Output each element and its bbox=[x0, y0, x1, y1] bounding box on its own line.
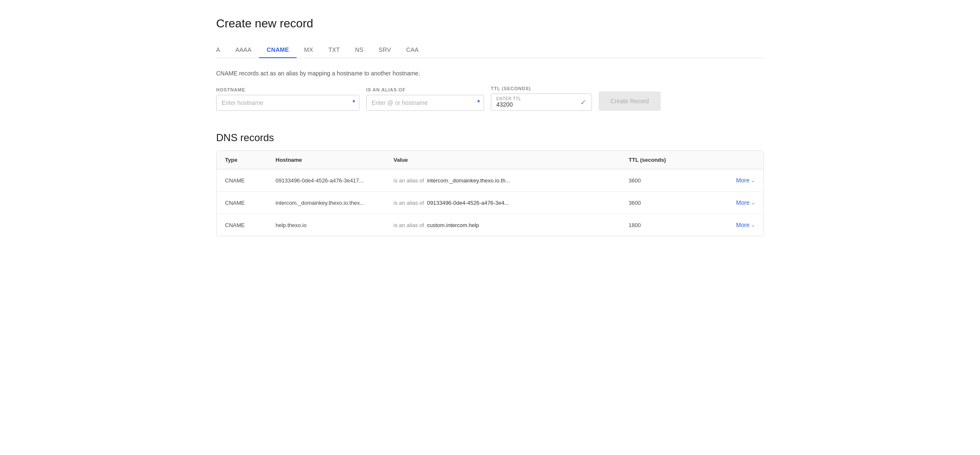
row1-value: is an alias of intercom._domainkey.thexo… bbox=[394, 177, 629, 184]
tab-cname[interactable]: CNAME bbox=[259, 42, 297, 58]
hostname-input[interactable] bbox=[216, 95, 359, 111]
table-row: CNAME 09133496-0de4-4526-a476-3e417... i… bbox=[217, 169, 763, 192]
hostname-required-star: * bbox=[353, 99, 355, 107]
row3-hostname: help.thexo.io bbox=[276, 222, 394, 228]
table-row: CNAME intercom._domainkey.thexo.io.thex.… bbox=[217, 192, 763, 214]
row3-value-prefix: is an alias of bbox=[394, 222, 424, 228]
row2-value-prefix: is an alias of bbox=[394, 200, 424, 206]
row1-chevron-down-icon: ⌄ bbox=[751, 178, 755, 183]
row1-type: CNAME bbox=[225, 177, 276, 184]
row3-value-main: custom.intercom.help bbox=[427, 222, 479, 228]
tab-ns[interactable]: NS bbox=[348, 42, 371, 58]
row3-type: CNAME bbox=[225, 222, 276, 228]
row2-more-button[interactable]: More ⌄ bbox=[704, 199, 755, 206]
ttl-field-group: TTL (SECONDS) Enter TTL ✓ bbox=[491, 86, 592, 111]
page-title: Create new record bbox=[216, 17, 764, 30]
col-type: Type bbox=[225, 157, 276, 163]
tab-srv[interactable]: SRV bbox=[371, 42, 399, 58]
ttl-input-inner: Enter TTL bbox=[491, 94, 575, 110]
col-actions bbox=[704, 157, 755, 163]
hostname-input-wrapper: * bbox=[216, 95, 359, 111]
form-description: CNAME records act as an alias by mapping… bbox=[216, 70, 764, 77]
row3-value: is an alias of custom.intercom.help bbox=[394, 222, 629, 228]
row1-value-prefix: is an alias of bbox=[394, 177, 424, 184]
row1-more-label: More bbox=[736, 177, 750, 184]
alias-required-star: * bbox=[477, 99, 480, 107]
row3-ttl: 1800 bbox=[629, 222, 704, 228]
dns-table: Type Hostname Value TTL (seconds) CNAME … bbox=[216, 150, 764, 236]
hostname-field-group: HOSTNAME * bbox=[216, 87, 359, 111]
alias-field-group: IS AN ALIAS OF * bbox=[366, 87, 484, 111]
tab-caa[interactable]: CAA bbox=[399, 42, 426, 58]
row2-ttl: 3600 bbox=[629, 200, 704, 206]
row2-value: is an alias of 09133496-0de4-4526-a476-3… bbox=[394, 200, 629, 206]
ttl-enter-label: Enter TTL bbox=[496, 96, 570, 101]
row3-chevron-down-icon: ⌄ bbox=[751, 222, 755, 228]
ttl-label: TTL (SECONDS) bbox=[491, 86, 592, 91]
row1-ttl: 3600 bbox=[629, 177, 704, 184]
tab-mx[interactable]: MX bbox=[297, 42, 321, 58]
record-type-tabs: A AAAA CNAME MX TXT NS SRV CAA bbox=[216, 42, 764, 58]
ttl-check-icon: ✓ bbox=[575, 98, 592, 107]
row1-more-button[interactable]: More ⌄ bbox=[704, 177, 755, 184]
alias-input-wrapper: * bbox=[366, 95, 484, 111]
dns-section-title: DNS records bbox=[216, 132, 764, 144]
alias-input[interactable] bbox=[366, 95, 484, 111]
row3-more-button[interactable]: More ⌄ bbox=[704, 222, 755, 228]
ttl-input-wrapper[interactable]: Enter TTL ✓ bbox=[491, 94, 592, 111]
row2-chevron-down-icon: ⌄ bbox=[751, 200, 755, 206]
dns-table-header: Type Hostname Value TTL (seconds) bbox=[217, 151, 763, 169]
row2-value-main: 09133496-0de4-4526-a476-3e4... bbox=[427, 200, 509, 206]
col-hostname: Hostname bbox=[276, 157, 394, 163]
col-ttl: TTL (seconds) bbox=[629, 157, 704, 163]
ttl-value-input[interactable] bbox=[496, 101, 570, 108]
row1-hostname: 09133496-0de4-4526-a476-3e417... bbox=[276, 177, 394, 184]
row2-more-label: More bbox=[736, 199, 750, 206]
tab-aaaa[interactable]: AAAA bbox=[228, 42, 259, 58]
col-value: Value bbox=[394, 157, 629, 163]
create-record-form: HOSTNAME * IS AN ALIAS OF * TTL (SECONDS… bbox=[216, 86, 764, 111]
alias-label: IS AN ALIAS OF bbox=[366, 87, 484, 92]
tab-txt[interactable]: TXT bbox=[321, 42, 347, 58]
row1-value-main: intercom._domainkey.thexo.io.th... bbox=[427, 177, 510, 184]
table-row: CNAME help.thexo.io is an alias of custo… bbox=[217, 214, 763, 236]
hostname-label: HOSTNAME bbox=[216, 87, 359, 92]
row2-hostname: intercom._domainkey.thexo.io.thex... bbox=[276, 200, 394, 206]
row2-type: CNAME bbox=[225, 200, 276, 206]
tab-a[interactable]: A bbox=[216, 42, 228, 58]
row3-more-label: More bbox=[736, 222, 750, 228]
create-record-button[interactable]: Create Record bbox=[599, 91, 661, 111]
dns-records-section: DNS records Type Hostname Value TTL (sec… bbox=[216, 132, 764, 236]
